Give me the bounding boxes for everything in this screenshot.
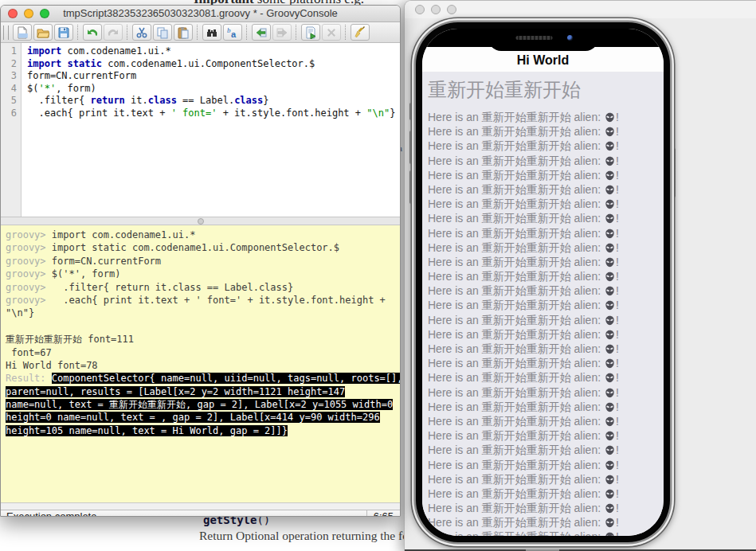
undo-button[interactable]	[83, 24, 102, 41]
alien-icon	[604, 328, 616, 341]
close-button[interactable]	[415, 5, 425, 14]
undo-icon	[86, 26, 99, 39]
code-line: import com.codename1.ui.*	[27, 45, 395, 58]
list-item: Here is an 重新开始重新开始 alien: !	[422, 428, 664, 443]
iphone-device-frame: Hi World 重新开始重新开始 Here is an 重新开始重新开始 al…	[412, 18, 674, 546]
toolbar-separator	[77, 25, 79, 40]
alien-icon	[604, 502, 616, 514]
close-button[interactable]	[8, 9, 18, 18]
output-line: groovy> .each{ print it.text + ' font=' …	[6, 294, 395, 307]
list-item: Here is an 重新开始重新开始 alien: !	[422, 139, 664, 153]
alien-icon	[604, 530, 616, 536]
list-item: Here is an 重新开始重新开始 alien: !	[422, 400, 664, 414]
status-bar: Execution complete. 6:65	[1, 502, 400, 517]
app-content[interactable]: 重新开始重新开始 Here is an 重新开始重新开始 alien: !Her…	[422, 72, 664, 536]
alien-icon	[604, 386, 616, 399]
toolbar-separator	[127, 25, 128, 40]
alien-icon	[604, 459, 616, 471]
list-item: Here is an 重新开始重新开始 alien: !	[422, 385, 664, 400]
camera-icon	[567, 35, 573, 41]
output-line	[6, 320, 395, 333]
output-line: "\n"}	[6, 307, 395, 319]
redo-button[interactable]	[104, 24, 123, 41]
history-previous-icon	[255, 26, 268, 39]
code-line: import static com.codename1.ui.Component…	[27, 58, 395, 71]
line-number: 6	[1, 107, 17, 120]
code-line: .each{ print it.text + ' font=' + it.sty…	[27, 107, 395, 120]
toolbar-grip[interactable]	[3, 25, 9, 40]
alien-icon	[604, 357, 616, 369]
console-toolbar: ba	[1, 22, 400, 43]
alien-icon	[604, 212, 616, 225]
alien-icon	[604, 139, 616, 152]
alien-icon	[604, 270, 616, 283]
output-line: Result: ComponentSelector{ name=null, ui…	[6, 372, 395, 385]
output-area[interactable]: groovy> import com.codename1.ui.*groovy>…	[1, 225, 400, 502]
copy-button[interactable]	[153, 24, 172, 41]
replace-button[interactable]: ba	[223, 24, 242, 41]
list-item: Here is an 重新开始重新开始 alien: !	[422, 501, 664, 515]
execute-script-button[interactable]	[301, 24, 320, 41]
paste-button[interactable]	[174, 24, 193, 41]
output-line: groovy> import com.codename1.ui.*	[6, 229, 395, 241]
toolbar-separator	[246, 25, 248, 40]
output-line: groovy> .filter{ return it.class == Labe…	[6, 281, 395, 294]
list-item: Here is an 重新开始重新开始 alien: !	[422, 458, 664, 472]
cut-icon	[135, 26, 148, 39]
find-button[interactable]	[202, 24, 221, 41]
list-item: Here is an 重新开始重新开始 alien: !	[422, 283, 664, 298]
alien-icon	[604, 314, 616, 326]
zoom-button[interactable]	[447, 5, 456, 14]
output-line: name=null, text = 重新开始重新开始, gap = 2], La…	[6, 398, 395, 411]
list-item: Here is an 重新开始重新开始 alien: !	[422, 443, 664, 457]
cut-button[interactable]	[132, 24, 151, 41]
new-file-button[interactable]	[13, 24, 32, 41]
output-line: parent=null, results = [Label[x=2 y=2 wi…	[6, 385, 395, 398]
output-line: 重新开始重新开始 font=111	[6, 333, 395, 346]
alien-icon	[604, 487, 616, 500]
output-line: font=67	[6, 346, 395, 359]
list-item: Here is an 重新开始重新开始 alien: !	[422, 530, 664, 536]
history-next-icon	[276, 26, 288, 39]
redo-icon	[107, 26, 119, 39]
status-strip	[1, 502, 400, 510]
list-item: Here is an 重新开始重新开始 alien: !	[422, 110, 664, 124]
split-pane-divider[interactable]	[1, 217, 400, 225]
interrupt-button[interactable]	[322, 24, 341, 41]
alien-icon	[604, 342, 616, 355]
alien-icon	[604, 111, 616, 123]
alien-icon	[604, 401, 616, 413]
notch	[488, 29, 598, 51]
find-icon	[206, 26, 218, 39]
line-number: 4	[1, 83, 17, 96]
list-item: Here is an 重新开始重新开始 alien: !	[422, 356, 664, 370]
minimize-button[interactable]	[431, 5, 441, 14]
save-file-button[interactable]	[54, 24, 73, 41]
code-line: $('*', form)	[27, 83, 395, 96]
console-titlebar[interactable]: tmpScript3823532365030323081.groovy * - …	[1, 6, 400, 22]
form-heading-label: 重新开始重新开始	[422, 72, 664, 110]
paste-icon	[177, 26, 190, 39]
alien-icon	[604, 415, 616, 428]
list-item: Here is an 重新开始重新开始 alien: !	[422, 182, 664, 197]
open-file-button[interactable]	[33, 24, 53, 41]
line-number-gutter: 123456	[1, 43, 22, 217]
alien-icon	[604, 197, 616, 210]
toolbar-separator	[345, 25, 347, 40]
minimize-button[interactable]	[24, 9, 33, 18]
clear-output-button[interactable]	[351, 24, 370, 41]
list-item: Here is an 重新开始重新开始 alien: !	[422, 211, 664, 225]
list-item: Here is an 重新开始重新开始 alien: !	[422, 472, 664, 487]
code-area[interactable]: import com.codename1.ui.*import static c…	[22, 43, 395, 217]
open-file-icon	[37, 26, 49, 39]
simulator-window: Hi World 重新开始重新开始 Here is an 重新开始重新开始 al…	[404, 0, 756, 551]
alien-icon	[604, 284, 616, 297]
output-line: groovy> form=CN.currentForm	[6, 255, 395, 268]
alien-icon	[604, 371, 616, 384]
status-message: Execution complete.	[6, 510, 100, 517]
simulator-titlebar[interactable]	[405, 1, 756, 18]
history-previous-button[interactable]	[252, 24, 271, 41]
history-next-button[interactable]	[272, 24, 292, 41]
zoom-button[interactable]	[40, 9, 49, 18]
code-editor[interactable]: 123456 import com.codename1.ui.*import s…	[1, 43, 400, 217]
